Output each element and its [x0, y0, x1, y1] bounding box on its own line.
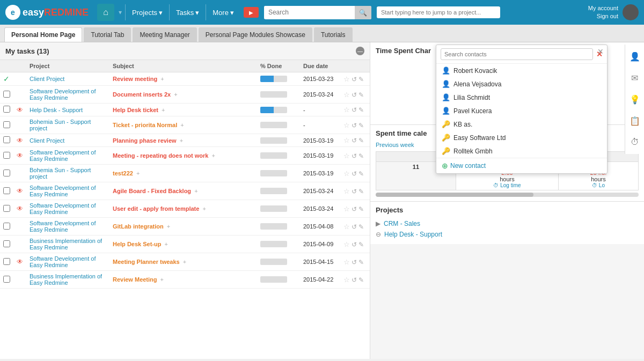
row-checkbox[interactable] — [3, 152, 10, 159]
project-link[interactable]: Business Implementation of Easy Redmine — [30, 238, 102, 251]
project-link[interactable]: Software Development of Easy Redmine — [30, 255, 96, 268]
add-subtask-button[interactable]: + — [136, 170, 140, 176]
contact-item[interactable]: 👤 Lilia Schmidt — [436, 91, 607, 104]
subject-link[interactable]: GitLab integration — [113, 223, 164, 230]
add-subtask-button[interactable]: + — [202, 205, 206, 212]
row-checkbox[interactable] — [3, 136, 10, 143]
row-checkbox[interactable] — [3, 91, 10, 98]
favorite-button[interactable]: ☆ — [343, 75, 350, 83]
sidebar-clipboard-icon[interactable]: 📋 — [627, 113, 642, 128]
favorite-button[interactable]: ☆ — [343, 258, 350, 266]
row-checkbox[interactable] — [3, 106, 10, 113]
search-input[interactable] — [264, 6, 355, 19]
project-link[interactable]: Client Project — [30, 76, 64, 82]
subject-link[interactable]: Review Meeting — [113, 276, 157, 283]
add-subtask-button[interactable]: + — [162, 107, 165, 113]
row-checkbox[interactable] — [3, 205, 10, 212]
subject-link[interactable]: Ticket - priorita Normal — [113, 122, 177, 128]
favorite-button[interactable]: ☆ — [343, 91, 350, 99]
edit-button[interactable]: ✎ — [358, 76, 364, 83]
sunday-log-link[interactable]: ⏱ Log time — [459, 182, 555, 188]
contact-item[interactable]: 👤 Pavel Kucera — [436, 104, 607, 117]
contacts-search-input[interactable] — [441, 48, 593, 60]
edit-button[interactable]: ✎ — [358, 170, 364, 178]
add-subtask-button[interactable]: + — [174, 91, 177, 98]
tab-modules-showcase[interactable]: Personal Page Modules Showcase — [199, 27, 312, 42]
subject-link[interactable]: Help Desk Set-up — [113, 241, 161, 247]
subject-link[interactable]: test222 — [113, 170, 133, 176]
reload-button[interactable]: ↺ — [352, 205, 357, 213]
tab-meeting-manager[interactable]: Meeting Manager — [133, 27, 196, 42]
favorite-button[interactable]: ☆ — [343, 240, 350, 248]
favorite-button[interactable]: ☆ — [343, 170, 350, 178]
add-subtask-button[interactable]: + — [180, 137, 183, 144]
reload-button[interactable]: ↺ — [352, 122, 357, 129]
reload-button[interactable]: ↺ — [352, 76, 357, 83]
edit-button[interactable]: ✎ — [358, 152, 364, 160]
edit-button[interactable]: ✎ — [358, 241, 364, 248]
project-link[interactable]: Software Development of Easy Redmine — [30, 185, 96, 197]
tab-tutorial[interactable]: Tutorial Tab — [84, 27, 131, 42]
subject-link[interactable]: Planning phase review — [113, 137, 177, 144]
row-checkbox[interactable] — [3, 223, 10, 230]
projects-nav-button[interactable]: Projects ▾ — [128, 5, 167, 20]
add-subtask-button[interactable]: + — [212, 152, 215, 159]
reload-button[interactable]: ↺ — [352, 188, 357, 195]
more-nav-button[interactable]: More ▾ — [208, 5, 238, 20]
subject-link[interactable]: Review meeting — [113, 76, 157, 82]
reload-button[interactable]: ↺ — [352, 137, 357, 144]
add-subtask-button[interactable]: + — [160, 76, 164, 82]
add-subtask-button[interactable]: + — [160, 276, 164, 283]
row-checkbox[interactable] — [3, 258, 10, 265]
edit-button[interactable]: ✎ — [358, 106, 364, 114]
calendar-scrollbar[interactable] — [376, 193, 639, 197]
reload-button[interactable]: ↺ — [352, 223, 357, 231]
edit-button[interactable]: ✎ — [358, 188, 364, 195]
tasks-nav-button[interactable]: Tasks ▾ — [172, 5, 203, 20]
contact-item[interactable]: 🔑 Rolltek Gmbh — [436, 144, 607, 158]
edit-button[interactable]: ✎ — [358, 137, 364, 144]
edit-button[interactable]: ✎ — [358, 91, 364, 99]
reload-button[interactable]: ↺ — [352, 259, 357, 266]
favorite-button[interactable]: ☆ — [343, 152, 350, 160]
contact-item[interactable]: 🔑 KB as. — [436, 117, 607, 131]
reload-button[interactable]: ↺ — [352, 152, 357, 160]
project-link[interactable]: Help Desk - Support — [30, 107, 83, 113]
search-button[interactable]: 🔍 — [355, 6, 371, 19]
reload-button[interactable]: ↺ — [352, 241, 357, 248]
subject-link[interactable]: Meeting Planner tweaks — [113, 259, 180, 265]
subject-link[interactable]: Document inserts 2x — [113, 91, 171, 98]
edit-button[interactable]: ✎ — [358, 223, 364, 231]
favorite-button[interactable]: ☆ — [343, 121, 350, 129]
favorite-button[interactable]: ☆ — [343, 136, 350, 144]
contact-item[interactable]: 🔑 Easy Software Ltd — [436, 131, 607, 144]
sidebar-mail-icon[interactable]: ✉ — [627, 70, 642, 85]
add-subtask-button[interactable]: + — [183, 259, 186, 265]
row-checkbox[interactable] — [3, 187, 10, 194]
edit-button[interactable]: ✎ — [358, 205, 364, 213]
project-link[interactable]: Bohemia Sun - Support project — [30, 119, 91, 131]
sidebar-clock-icon[interactable]: ⏱ — [627, 135, 642, 150]
reload-button[interactable]: ↺ — [352, 91, 357, 99]
subject-link[interactable]: Meeting - repeating does not work — [113, 152, 208, 159]
favorite-button[interactable]: ☆ — [343, 205, 350, 213]
favorite-button[interactable]: ☆ — [343, 187, 350, 195]
edit-button[interactable]: ✎ — [358, 259, 364, 266]
project-helpdesk-link[interactable]: Help Desk - Support — [384, 231, 442, 238]
project-link[interactable]: Software Development of Easy Redmine — [30, 202, 96, 215]
project-jump-input[interactable] — [377, 6, 500, 18]
row-checkbox[interactable] — [3, 170, 10, 176]
project-link[interactable]: Bohemia Sun - Support project — [30, 167, 91, 180]
project-link[interactable]: Software Development of Easy Redmine — [30, 149, 96, 162]
minimize-button[interactable]: — — [356, 47, 364, 55]
edit-button[interactable]: ✎ — [358, 276, 364, 284]
project-link[interactable]: Software Development of Easy Redmine — [30, 220, 96, 233]
row-checkbox[interactable] — [3, 240, 10, 247]
sidebar-person-icon[interactable]: 👤 — [627, 49, 642, 64]
project-link[interactable]: Software Development of Easy Redmine — [30, 88, 96, 101]
add-subtask-button[interactable]: + — [194, 188, 197, 194]
new-contact-button[interactable]: ⊕ New contact — [436, 158, 607, 173]
favorite-button[interactable]: ☆ — [343, 106, 350, 114]
reload-button[interactable]: ↺ — [352, 170, 357, 178]
favorite-button[interactable]: ☆ — [343, 223, 350, 231]
